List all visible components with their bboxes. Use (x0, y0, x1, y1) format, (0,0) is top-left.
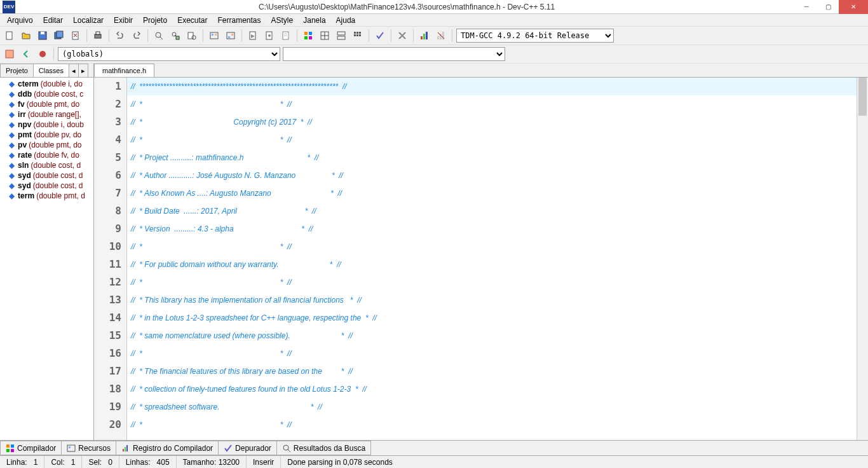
code-line-10[interactable]: // * * // (127, 238, 857, 256)
grid3-button[interactable] (334, 29, 348, 43)
code-line-16[interactable]: // * * // (127, 345, 857, 362)
tab-depurador[interactable]: Depurador (218, 441, 277, 455)
symbol-irr[interactable]: ◆ irr (double range[], (0, 109, 93, 120)
menu-ajuda[interactable]: Ajuda (332, 15, 360, 25)
symbol-rate[interactable]: ◆ rate (double fv, do (0, 150, 93, 160)
menu-janela[interactable]: Janela (299, 15, 330, 25)
symbol-npv[interactable]: ◆ npv (double i, doub (0, 120, 93, 130)
doc-tab-mathfinance[interactable]: mathfinance.h (94, 64, 154, 77)
close-file-button[interactable] (69, 29, 83, 43)
status-col-value: 1 (71, 458, 76, 467)
save-all-button[interactable] (52, 29, 66, 43)
code-line-3[interactable]: // * Copyright (c) 2017 * // (127, 113, 857, 131)
tab-classes[interactable]: Classes (33, 64, 69, 77)
minimize-button[interactable]: ─ (796, 0, 817, 14)
find-button[interactable] (152, 29, 166, 43)
profile-button[interactable] (417, 29, 431, 43)
scope-select[interactable]: (globals) (58, 47, 280, 61)
code-line-5[interactable]: // * Project ..........: mathfinance.h *… (127, 149, 857, 167)
grid2-button[interactable] (318, 29, 332, 43)
symbol-pmt[interactable]: ◆ pmt (double pv, do (0, 130, 93, 140)
code-line-14[interactable]: // * in the Lotus 1-2-3 spreadsheet for … (127, 309, 857, 327)
code-line-19[interactable]: // * spreadsheet software. * // (127, 398, 857, 416)
tab-recursos[interactable]: Recursos (61, 441, 116, 455)
menu-executar[interactable]: Executar (173, 15, 212, 25)
symbol-cterm[interactable]: ◆ cterm (double i, do (0, 79, 93, 89)
back-button[interactable] (19, 47, 33, 61)
svg-rect-44 (6, 444, 10, 448)
vertical-scrollbar[interactable] (857, 78, 868, 440)
tab-scroll-left[interactable]: ◂ (69, 64, 79, 77)
member-select[interactable] (283, 47, 505, 61)
undo-button[interactable] (113, 29, 127, 43)
step-over-button[interactable] (262, 29, 276, 43)
code-line-4[interactable]: // * * // (127, 131, 857, 149)
symbol-syd[interactable]: ◆ syd (double cost, d (0, 170, 93, 181)
symbol-fv[interactable]: ◆ fv (double pmt, do (0, 99, 93, 109)
check-button[interactable] (373, 29, 387, 43)
code-line-9[interactable]: // * Version .........: 4.3 - alpha * // (127, 220, 857, 238)
menu-editar[interactable]: Editar (39, 15, 67, 25)
symbol-term[interactable]: ◆ term (double pmt, d (0, 191, 93, 201)
code-line-15[interactable]: // * same nomenclature used (where possi… (127, 327, 857, 345)
svg-rect-11 (188, 32, 193, 39)
symbol-sln[interactable]: ◆ sln (double cost, d (0, 160, 93, 170)
menu-localizar[interactable]: Localizar (69, 15, 108, 25)
code-editor[interactable]: // *************************************… (127, 78, 857, 440)
compiler-select[interactable]: TDM-GCC 4.9.2 64-bit Release (456, 29, 614, 43)
menu-astyle[interactable]: AStyle (267, 15, 298, 25)
new-file-button[interactable] (3, 29, 17, 43)
status-sel-value: 0 (108, 458, 112, 467)
run-button[interactable] (224, 29, 238, 43)
tab-registro[interactable]: Registro do Compilador (116, 441, 219, 455)
maximize-button[interactable]: ▢ (817, 0, 839, 14)
code-line-7[interactable]: // * Also Known As ....: Augusto Manzano… (127, 184, 857, 202)
tab-scroll-right[interactable]: ▸ (78, 64, 88, 77)
menu-projeto[interactable]: Projeto (139, 15, 172, 25)
compile-button[interactable] (207, 29, 221, 43)
code-line-1[interactable]: // *************************************… (127, 78, 857, 95)
open-file-button[interactable] (19, 29, 33, 43)
symbol-syd[interactable]: ◆ syd (double cost, d (0, 181, 93, 191)
tab-compilador[interactable]: Compilador (0, 441, 62, 455)
class-tree[interactable]: ◆ cterm (double i, do◆ ddb (double cost,… (0, 78, 93, 440)
code-line-20[interactable]: // * * // (127, 416, 857, 434)
status-linhas-value: 405 (157, 458, 170, 467)
scrollbar-thumb[interactable] (858, 78, 867, 116)
tab-resultados[interactable]: Resultados da Busca (276, 441, 371, 455)
menu-ferramentas[interactable]: Ferramentas (213, 15, 265, 25)
find-in-files-button[interactable] (185, 29, 199, 43)
code-line-12[interactable]: // * * // (127, 273, 857, 291)
svg-point-43 (39, 51, 46, 57)
breakpoint-button[interactable] (36, 47, 50, 61)
grid1-button[interactable] (301, 29, 315, 43)
svg-rect-52 (126, 445, 128, 451)
code-line-18[interactable]: // * collection of finely-tuned features… (127, 380, 857, 398)
svg-rect-6 (95, 34, 101, 38)
menu-arquivo[interactable]: Arquivo (3, 15, 37, 25)
save-button[interactable] (36, 29, 50, 43)
app-icon: DEV (3, 1, 15, 13)
svg-rect-50 (123, 449, 124, 451)
cancel-button[interactable] (395, 29, 409, 43)
debug-button[interactable] (246, 29, 260, 43)
code-line-17[interactable]: // * The financial features of this libr… (127, 362, 857, 380)
symbol-ddb[interactable]: ◆ ddb (double cost, c (0, 89, 93, 99)
replace-button[interactable] (168, 29, 182, 43)
print-button[interactable] (91, 29, 105, 43)
grid4-button[interactable] (351, 29, 365, 43)
code-line-13[interactable]: // * This library has the implementation… (127, 291, 857, 309)
tab-projeto[interactable]: Projeto (0, 64, 34, 77)
redo-button[interactable] (130, 29, 144, 43)
menu-exibir[interactable]: Exibir (109, 15, 137, 25)
step-into-button[interactable] (279, 29, 293, 43)
code-line-2[interactable]: // * * // (127, 95, 857, 113)
delete-profile-button[interactable] (434, 29, 448, 43)
code-line-8[interactable]: // * Build Date ......: 2017, April * // (127, 202, 857, 220)
code-line-11[interactable]: // * For public domain without any warra… (127, 256, 857, 273)
goto-func-button[interactable] (3, 47, 17, 61)
close-button[interactable]: ✕ (839, 0, 868, 14)
code-line-6[interactable]: // * Author ...........: José Augusto N.… (127, 167, 857, 184)
svg-rect-36 (421, 36, 423, 39)
symbol-pv[interactable]: ◆ pv (double pmt, do (0, 140, 93, 150)
